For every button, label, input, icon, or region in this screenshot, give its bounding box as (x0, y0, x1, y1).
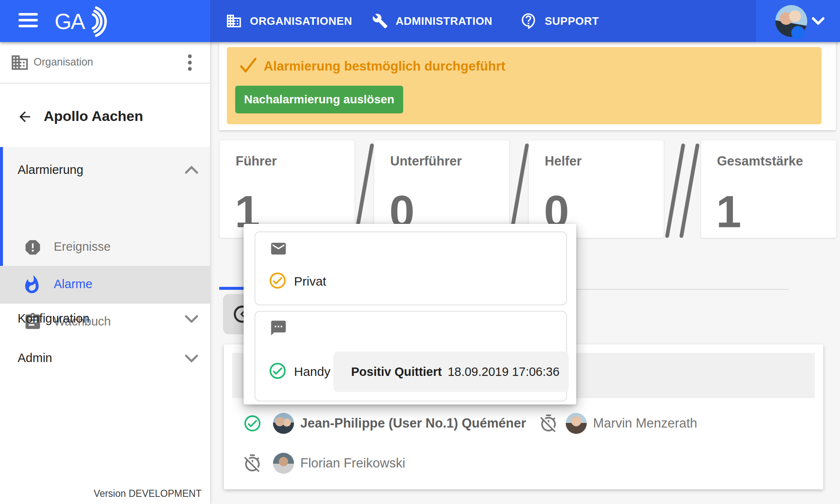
sidebar: Organisation Apollo Aachen Alarmierung (0, 42, 210, 504)
recipient-name[interactable]: Marvin Menzerath (593, 416, 697, 431)
stat-label: Gesamtstärke (717, 154, 803, 169)
svg-text:GA: GA (55, 9, 85, 34)
channel-card-handy: Handy Positiv Quittiert 18.09.2019 17:06… (255, 311, 567, 402)
stat-label: Helfer (545, 154, 582, 169)
report-octagon-icon (23, 238, 42, 257)
timer-off-icon (539, 414, 558, 433)
sidebar-item-label: Ereignisse (54, 240, 110, 254)
wrench-icon (372, 13, 388, 29)
active-tab-underline (219, 287, 244, 290)
chevron-down-icon (184, 354, 199, 364)
group-label: Konfiguration (18, 312, 89, 326)
stat-card-gesamtstaerke: Gesamtstärke 1 (701, 140, 837, 238)
chevron-up-icon (184, 165, 199, 175)
building-icon (226, 13, 242, 29)
flame-icon (22, 275, 42, 295)
top-bar-left: GA (0, 0, 210, 42)
sidebar-org-header: Organisation (0, 42, 210, 83)
app-root: GA ORGANISATIONEN ADMINISTRATION (0, 0, 840, 504)
avatar[interactable] (273, 413, 294, 434)
org-section-label: Organisation (34, 56, 93, 68)
channel-card-privat: Privat (255, 231, 567, 305)
check-circle-amber-icon (268, 271, 287, 290)
account-menu-button[interactable] (756, 0, 840, 42)
recipient-name[interactable]: Jean-Philippe (User No.1) Quéméner (300, 416, 526, 431)
mail-icon (270, 240, 287, 257)
divider (0, 83, 210, 84)
app-logo[interactable]: GA (54, 5, 117, 38)
sidebar-group-alarmierung: Alarmierung Ereignisse Alarme (0, 147, 210, 298)
help-bubble-icon (520, 13, 537, 29)
menu-icon[interactable] (18, 13, 38, 29)
check-icon (239, 56, 258, 74)
sidebar-item-alarme[interactable]: Alarme (0, 266, 210, 304)
sms-bubble-icon (270, 319, 287, 337)
stat-card-unterfuehrer: Unterführer 0 (374, 140, 509, 238)
sidebar-group-konfiguration[interactable]: Konfiguration (0, 300, 210, 338)
avatar[interactable] (566, 413, 587, 434)
alert-message: Alarmierung bestmöglich durchgeführt (264, 59, 505, 74)
timer-off-icon (243, 454, 262, 473)
sidebar-item-ereignisse[interactable]: Ereignisse (0, 229, 210, 266)
nav-label: SUPPORT (545, 15, 599, 28)
sidebar-group-header-alarmierung[interactable]: Alarmierung (0, 150, 210, 186)
stat-card-fuehrer: Führer 1 (219, 140, 355, 238)
recipient-name[interactable]: Florian Freikowski (300, 456, 405, 471)
alert-banner: Alarmierung bestmöglich durchgeführt Nac… (227, 47, 822, 124)
channel-status-popup: Privat Handy Positiv Quittiert 18.09.201… (244, 224, 576, 404)
acknowledgement-pill: Positiv Quittiert 18.09.2019 17:06:36 (333, 352, 569, 392)
nav-administration[interactable]: ADMINISTRATION (372, 0, 492, 42)
kebab-menu-icon[interactable] (187, 53, 193, 72)
org-name: Apollo Aachen (44, 108, 143, 124)
sidebar-item-label: Alarme (54, 277, 92, 291)
group-label: Alarmierung (18, 163, 83, 177)
building-icon (10, 53, 29, 72)
sidebar-group-admin[interactable]: Admin (0, 339, 210, 377)
avatar[interactable] (273, 453, 294, 474)
nav-label: ORGANISATIONEN (250, 15, 352, 28)
ack-timestamp: 18.09.2019 17:06:36 (448, 365, 559, 379)
re-alert-button[interactable]: Nachalarmierung auslösen (235, 86, 403, 113)
check-circle-green-icon (243, 414, 262, 433)
ack-status: Positiv Quittiert (351, 365, 442, 379)
top-bar: GA ORGANISATIONEN ADMINISTRATION (0, 0, 840, 42)
nav-organisationen[interactable]: ORGANISATIONEN (226, 0, 352, 42)
stat-card-helfer: Helfer 0 (528, 140, 664, 238)
chevron-down-icon (184, 314, 199, 324)
alarm-status-card: Alarmierung bestmöglich durchgeführt Nac… (219, 42, 836, 130)
channel-name: Privat (294, 274, 326, 289)
check-circle-green-icon (268, 361, 287, 381)
nav-support[interactable]: SUPPORT (520, 0, 599, 42)
version-label: Version DEVELOPMENT (0, 488, 202, 499)
presence-badge (791, 26, 805, 39)
stat-value: 1 (716, 189, 741, 234)
stat-label: Führer (236, 154, 277, 169)
back-arrow-icon[interactable] (17, 109, 33, 125)
signal-arcs-icon (93, 8, 106, 36)
channel-name: Handy (294, 365, 331, 379)
chevron-down-icon (811, 17, 825, 26)
stat-label: Unterführer (390, 154, 462, 169)
nav-label: ADMINISTRATION (396, 15, 492, 28)
group-label: Admin (18, 351, 52, 365)
